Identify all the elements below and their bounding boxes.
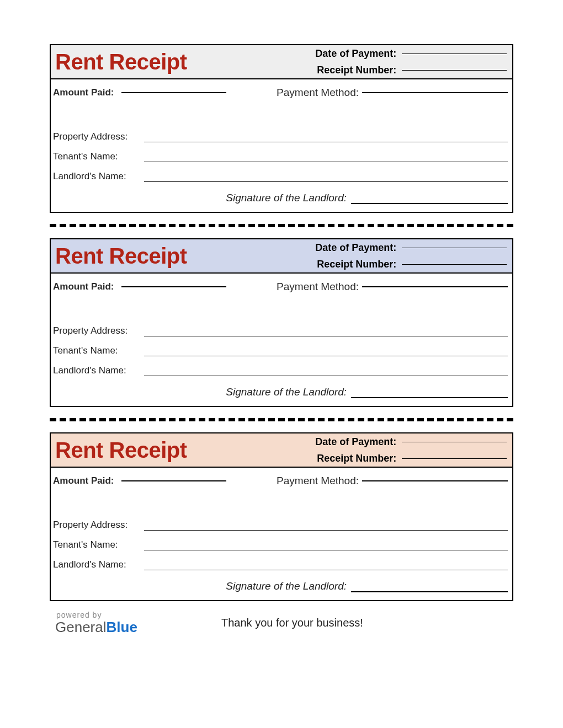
signature-field[interactable]: Signature of the Landlord: (51, 570, 512, 592)
thank-you-text: Thank you for your business! (71, 617, 513, 629)
header-fields: Date of Payment: Receipt Number: (272, 45, 512, 78)
payment-row: Amount Paid: Payment Method: (51, 468, 512, 494)
page-footer: powered by GeneralBlue Thank you for you… (50, 601, 513, 634)
date-of-payment-field[interactable]: Date of Payment: (272, 239, 512, 256)
amount-paid-label: Amount Paid: (52, 87, 118, 98)
property-address-line (144, 530, 508, 531)
tail-gap (51, 592, 512, 600)
receipt-title-cell: Rent Receipt (51, 433, 272, 467)
amount-paid-line[interactable] (121, 480, 226, 481)
date-of-payment-label: Date of Payment: (272, 242, 402, 254)
signature-line (351, 591, 508, 592)
signature-line (351, 203, 508, 204)
page-container: Rent Receipt Date of Payment: Receipt Nu… (0, 0, 563, 634)
tenant-name-line (144, 162, 508, 162)
rent-receipt-card: Rent Receipt Date of Payment: Receipt Nu… (50, 44, 513, 213)
date-of-payment-line (402, 53, 507, 54)
date-of-payment-label: Date of Payment: (272, 436, 402, 448)
landlord-name-field[interactable]: Landlord's Name: (51, 162, 512, 182)
landlord-name-field[interactable]: Landlord's Name: (51, 550, 512, 570)
tail-gap (51, 204, 512, 212)
rent-receipt-card: Rent Receipt Date of Payment: Receipt Nu… (50, 238, 513, 407)
signature-label: Signature of the Landlord: (53, 580, 351, 592)
tenant-name-line (144, 550, 508, 550)
property-address-line (144, 142, 508, 142)
receipt-header: Rent Receipt Date of Payment: Receipt Nu… (51, 45, 512, 79)
payment-method-label: Payment Method: (259, 87, 359, 99)
tenant-name-label: Tenant's Name: (53, 151, 144, 162)
date-of-payment-line (402, 248, 507, 248)
tenant-name-label: Tenant's Name: (53, 345, 144, 356)
amount-paid-line[interactable] (121, 92, 226, 93)
receipt-body: Amount Paid: Payment Method: Property Ad… (51, 274, 512, 406)
rent-receipt-card: Rent Receipt Date of Payment: Receipt Nu… (50, 432, 513, 601)
signature-field[interactable]: Signature of the Landlord: (51, 182, 512, 204)
landlord-name-label: Landlord's Name: (53, 365, 144, 376)
tail-gap (51, 398, 512, 406)
receipt-number-label: Receipt Number: (272, 453, 402, 464)
property-address-label: Property Address: (53, 325, 144, 336)
amount-paid-label: Amount Paid: (52, 475, 118, 486)
gap (51, 494, 512, 511)
payment-method-line[interactable] (362, 286, 508, 287)
receipt-number-line (402, 70, 507, 71)
date-of-payment-field[interactable]: Date of Payment: (272, 433, 512, 450)
signature-label: Signature of the Landlord: (53, 386, 351, 398)
payment-method-label: Payment Method: (259, 475, 359, 487)
property-address-field[interactable]: Property Address: (51, 511, 512, 531)
receipt-title: Rent Receipt (55, 50, 187, 74)
receipt-number-field[interactable]: Receipt Number: (272, 256, 512, 272)
signature-line (351, 397, 508, 398)
receipt-body: Amount Paid: Payment Method: Property Ad… (51, 468, 512, 600)
receipt-number-label: Receipt Number: (272, 259, 402, 270)
payment-method-line[interactable] (362, 480, 508, 481)
receipt-header: Rent Receipt Date of Payment: Receipt Nu… (51, 239, 512, 274)
receipt-body: Amount Paid: Payment Method: Property Ad… (51, 79, 512, 212)
gap (51, 300, 512, 317)
tenant-name-field[interactable]: Tenant's Name: (51, 336, 512, 356)
tenant-name-label: Tenant's Name: (53, 539, 144, 550)
receipt-header: Rent Receipt Date of Payment: Receipt Nu… (51, 433, 512, 468)
property-address-label: Property Address: (53, 131, 144, 142)
payment-method-label: Payment Method: (259, 281, 359, 293)
payment-row: Amount Paid: Payment Method: (51, 79, 512, 106)
property-address-line (144, 336, 508, 336)
property-address-field[interactable]: Property Address: (51, 122, 512, 142)
signature-field[interactable]: Signature of the Landlord: (51, 376, 512, 398)
tenant-name-field[interactable]: Tenant's Name: (51, 142, 512, 162)
receipt-number-line (402, 458, 507, 459)
landlord-name-label: Landlord's Name: (53, 559, 144, 570)
date-of-payment-field[interactable]: Date of Payment: (272, 45, 512, 62)
amount-paid-label: Amount Paid: (52, 281, 118, 292)
landlord-name-label: Landlord's Name: (53, 171, 144, 182)
receipt-title-cell: Rent Receipt (51, 239, 272, 272)
receipt-number-field[interactable]: Receipt Number: (272, 450, 512, 467)
header-fields: Date of Payment: Receipt Number: (272, 239, 512, 272)
receipt-number-label: Receipt Number: (272, 65, 402, 76)
receipt-number-field[interactable]: Receipt Number: (272, 62, 512, 78)
receipt-title: Rent Receipt (55, 244, 187, 269)
payment-row: Amount Paid: Payment Method: (51, 274, 512, 300)
landlord-name-line (144, 376, 508, 376)
date-of-payment-line (402, 442, 507, 442)
property-address-label: Property Address: (53, 520, 144, 531)
gap (51, 106, 512, 122)
receipt-number-line (402, 264, 507, 265)
signature-label: Signature of the Landlord: (53, 192, 351, 204)
tear-divider (50, 418, 513, 421)
header-fields: Date of Payment: Receipt Number: (272, 433, 512, 467)
landlord-name-field[interactable]: Landlord's Name: (51, 356, 512, 376)
property-address-field[interactable]: Property Address: (51, 317, 512, 336)
landlord-name-line (144, 570, 508, 570)
payment-method-line[interactable] (362, 92, 508, 93)
receipt-title: Rent Receipt (55, 438, 187, 463)
tenant-name-line (144, 356, 508, 356)
landlord-name-line (144, 181, 508, 182)
tear-divider (50, 224, 513, 227)
receipt-title-cell: Rent Receipt (51, 45, 272, 78)
date-of-payment-label: Date of Payment: (272, 48, 402, 60)
tenant-name-field[interactable]: Tenant's Name: (51, 531, 512, 550)
amount-paid-line[interactable] (121, 286, 226, 287)
